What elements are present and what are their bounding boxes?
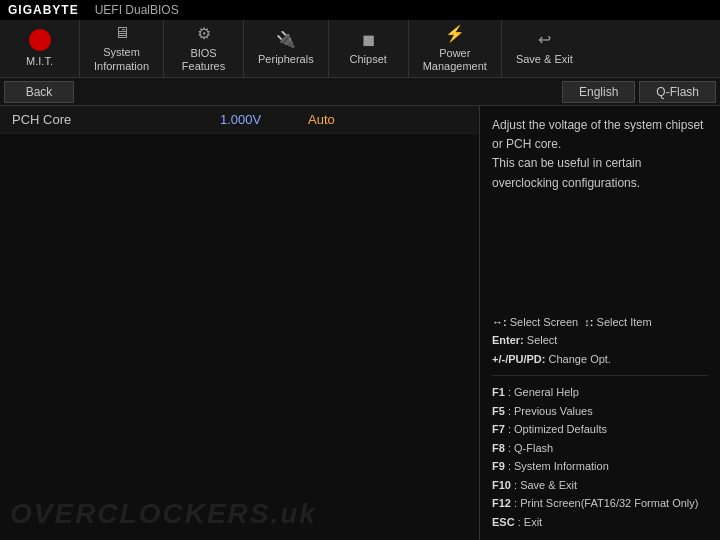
peripherals-icon: 🔌	[276, 30, 296, 49]
shortcut-f1: F1 : General Help	[492, 384, 708, 401]
help-text: Adjust the voltage of the system chipset…	[492, 116, 708, 193]
tab-system-info-label: SystemInformation	[94, 46, 149, 72]
shortcut-f10: F10 : Save & Exit	[492, 477, 708, 494]
setting-option: Auto	[308, 112, 335, 127]
tab-mit[interactable]: M.I.T.	[0, 20, 80, 77]
qflash-button[interactable]: Q-Flash	[639, 81, 716, 103]
shortcut-f12: F12 : Print Screen(FAT16/32 Format Only)	[492, 495, 708, 512]
tab-chipset-label: Chipset	[350, 53, 387, 66]
mit-dot-icon	[29, 29, 51, 51]
tab-save-exit-label: Save & Exit	[516, 53, 573, 66]
help-panel: Adjust the voltage of the system chipset…	[480, 106, 720, 540]
shortcut-esc: ESC : Exit	[492, 514, 708, 531]
brand-label: GIGABYTE	[8, 3, 79, 17]
actionbar: Back English Q-Flash	[0, 78, 720, 106]
back-button[interactable]: Back	[4, 81, 74, 103]
topbar: GIGABYTE UEFI DualBIOS	[0, 0, 720, 20]
tab-peripherals-label: Peripherals	[258, 53, 314, 66]
tab-power-management-label: PowerManagement	[423, 47, 487, 73]
uefi-label: UEFI DualBIOS	[95, 3, 179, 17]
tab-mit-label: M.I.T.	[26, 55, 53, 68]
watermark-label: OVERCLOCKERS.uk	[10, 498, 317, 530]
tab-power-management[interactable]: ⚡ PowerManagement	[409, 20, 502, 77]
bios-features-icon: ⚙	[197, 24, 211, 43]
shortcut-f8: F8 : Q-Flash	[492, 440, 708, 457]
language-button[interactable]: English	[562, 81, 635, 103]
shortcut-f5: F5 : Previous Values	[492, 403, 708, 420]
setting-name: PCH Core	[12, 112, 212, 127]
shortcut-enter: Enter: Select	[492, 332, 708, 349]
tab-bios-features[interactable]: ⚙ BIOSFeatures	[164, 20, 244, 77]
tab-system-information[interactable]: 🖥 SystemInformation	[80, 20, 164, 77]
nav-tabs: M.I.T. 🖥 SystemInformation ⚙ BIOSFeature…	[0, 20, 720, 78]
tab-bios-features-label: BIOSFeatures	[182, 47, 225, 73]
save-exit-icon: ↩	[538, 30, 551, 49]
chipset-icon: ◼	[362, 30, 375, 49]
tab-peripherals[interactable]: 🔌 Peripherals	[244, 20, 329, 77]
shortcut-list: ↔: Select Screen ↕: Select Item Enter: S…	[492, 314, 708, 531]
shortcut-f7: F7 : Optimized Defaults	[492, 421, 708, 438]
main-content: PCH Core 1.000V Auto OVERCLOCKERS.uk Adj…	[0, 106, 720, 540]
tab-chipset[interactable]: ◼ Chipset	[329, 20, 409, 77]
setting-value: 1.000V	[220, 112, 300, 127]
shortcut-select-screen: ↔: Select Screen ↕: Select Item	[492, 314, 708, 331]
table-row[interactable]: PCH Core 1.000V Auto	[0, 106, 479, 134]
system-info-icon: 🖥	[114, 24, 130, 42]
settings-panel: PCH Core 1.000V Auto OVERCLOCKERS.uk	[0, 106, 480, 540]
power-icon: ⚡	[445, 24, 465, 43]
shortcut-f9: F9 : System Information	[492, 458, 708, 475]
tab-save-exit[interactable]: ↩ Save & Exit	[502, 20, 587, 77]
shortcut-change-opt: +/-/PU/PD: Change Opt.	[492, 351, 708, 368]
shortcut-divider	[492, 375, 708, 376]
